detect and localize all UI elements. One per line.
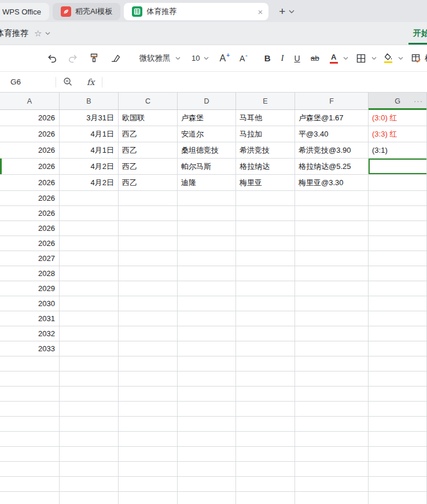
cell-E23[interactable] — [236, 417, 295, 431]
tab-wps-office[interactable]: WPS Office — [0, 3, 49, 20]
cell-C9[interactable] — [119, 206, 178, 220]
cell-E17[interactable] — [236, 326, 295, 341]
cell-B20[interactable] — [60, 371, 119, 386]
cell-G21[interactable] — [369, 387, 427, 401]
cell-A17[interactable]: 2032 — [0, 326, 60, 341]
cell-B14[interactable] — [60, 281, 119, 296]
cell-E9[interactable] — [236, 206, 295, 220]
strikethrough-button[interactable]: ab — [305, 50, 325, 67]
cell-F20[interactable] — [295, 371, 369, 386]
redo-button[interactable] — [62, 50, 83, 67]
cell-G24[interactable] — [369, 432, 427, 446]
cell-C17[interactable] — [119, 326, 178, 341]
cell-B18[interactable] — [60, 341, 119, 356]
fill-color-chevron-icon[interactable] — [398, 57, 403, 60]
cell-F25[interactable] — [295, 447, 369, 461]
cell-D12[interactable] — [178, 251, 236, 266]
cell-D23[interactable] — [178, 417, 236, 431]
tab-sports-recommend[interactable]: 体育推荐 × — [124, 3, 268, 20]
cell-F27[interactable] — [295, 477, 369, 491]
formula-input[interactable] — [102, 72, 427, 92]
cell-F19[interactable] — [295, 356, 369, 371]
cell-A12[interactable]: 2027 — [0, 251, 60, 266]
cell-F23[interactable] — [295, 417, 369, 431]
cell-D19[interactable] — [178, 356, 236, 371]
ribbon-tab-home[interactable]: 开始 — [406, 22, 427, 45]
cell-E10[interactable] — [236, 221, 295, 236]
cell-A4[interactable]: 2026 — [0, 126, 60, 142]
cell-D14[interactable] — [178, 281, 236, 296]
cell-G3[interactable]: (3:0) 红 — [369, 110, 427, 126]
cell-B24[interactable] — [60, 432, 119, 446]
cell-D4[interactable]: 安道尔 — [178, 126, 236, 142]
cell-G18[interactable] — [369, 341, 427, 356]
cell-A11[interactable]: 2026 — [0, 236, 60, 251]
cell-B12[interactable] — [60, 251, 119, 266]
cell-F12[interactable] — [295, 251, 369, 266]
font-color-button[interactable]: A — [325, 50, 343, 67]
cell-A3[interactable]: 2026 — [0, 110, 60, 126]
cell-E28[interactable] — [236, 492, 295, 504]
cell-F11[interactable] — [295, 236, 369, 251]
cell-E19[interactable] — [236, 356, 295, 371]
cell-B5[interactable]: 4月1日 — [60, 142, 119, 158]
cell-C10[interactable] — [119, 221, 178, 236]
cell-C19[interactable] — [119, 356, 178, 371]
cell-D25[interactable] — [178, 447, 236, 461]
format-painter-button[interactable] — [83, 50, 105, 67]
cell-B11[interactable] — [60, 236, 119, 251]
cell-D21[interactable] — [178, 387, 236, 401]
cell-E20[interactable] — [236, 371, 295, 386]
cell-F6[interactable]: 格拉纳达@5.25 — [295, 159, 369, 174]
tab-list-chevron-icon[interactable] — [289, 10, 295, 13]
cell-D10[interactable] — [178, 221, 236, 236]
cell-F3[interactable]: 卢森堡@1.67 — [295, 110, 369, 126]
cell-A22[interactable] — [0, 402, 60, 416]
cell-B17[interactable] — [60, 326, 119, 341]
cell-D16[interactable] — [178, 311, 236, 326]
column-header-f[interactable]: F — [295, 93, 369, 109]
cell-G8[interactable] — [369, 191, 427, 205]
cell-D11[interactable] — [178, 236, 236, 251]
cell-A19[interactable] — [0, 356, 60, 371]
cell-A23[interactable] — [0, 417, 60, 431]
cell-D3[interactable]: 卢森堡 — [178, 110, 236, 126]
cell-D6[interactable]: 帕尔马斯 — [178, 159, 236, 174]
favorite-star-icon[interactable]: ☆ — [34, 28, 42, 39]
cell-F17[interactable] — [295, 326, 369, 341]
cell-G14[interactable] — [369, 281, 427, 296]
cell-F14[interactable] — [295, 281, 369, 296]
cell-E27[interactable] — [236, 477, 295, 491]
cell-F5[interactable]: 希洪竞技@3.90 — [295, 142, 369, 158]
cell-B7[interactable]: 4月2日 — [60, 175, 119, 190]
cell-C26[interactable] — [119, 462, 178, 476]
cell-D24[interactable] — [178, 432, 236, 446]
cell-B21[interactable] — [60, 387, 119, 401]
column-header-d[interactable]: D — [178, 93, 236, 109]
cell-F22[interactable] — [295, 402, 369, 416]
cell-A14[interactable]: 2029 — [0, 281, 60, 296]
increase-font-size-button[interactable]: A+ — [214, 50, 234, 67]
eraser-button[interactable] — [105, 50, 126, 67]
cell-D20[interactable] — [178, 371, 236, 386]
cell-A16[interactable]: 2031 — [0, 311, 60, 326]
cell-F8[interactable] — [295, 191, 369, 205]
cell-E22[interactable] — [236, 402, 295, 416]
cell-C11[interactable] — [119, 236, 178, 251]
cell-G9[interactable] — [369, 206, 427, 220]
cell-C13[interactable] — [119, 266, 178, 281]
font-color-chevron-icon[interactable] — [343, 57, 348, 60]
cell-D5[interactable]: 桑坦德竞技 — [178, 142, 236, 158]
cell-D26[interactable] — [178, 462, 236, 476]
cell-B25[interactable] — [60, 447, 119, 461]
tab-docer-ai-template[interactable]: 稻壳AI模板 — [53, 3, 120, 20]
new-tab-button[interactable]: + — [279, 5, 285, 18]
cell-B19[interactable] — [60, 356, 119, 371]
cell-G20[interactable] — [369, 371, 427, 386]
cell-A7[interactable]: 2026 — [0, 175, 60, 190]
cell-E16[interactable] — [236, 311, 295, 326]
column-header-g[interactable]: G ··· — [369, 93, 427, 109]
cell-C3[interactable]: 欧国联 — [119, 110, 178, 126]
cell-F13[interactable] — [295, 266, 369, 281]
close-tab-icon[interactable]: × — [257, 7, 263, 17]
